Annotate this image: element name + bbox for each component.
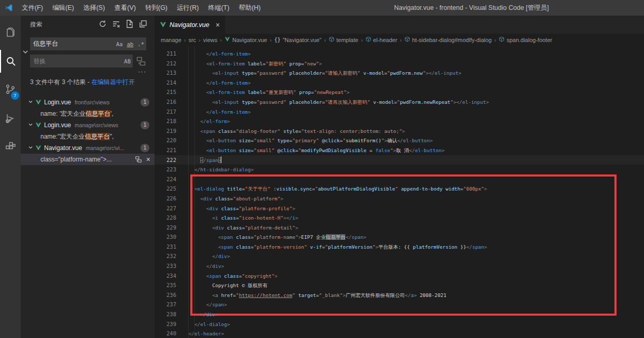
search-icon[interactable]	[0, 50, 21, 73]
result-file-name: Navigator.vue	[44, 144, 82, 152]
vue-symbol-icon	[225, 36, 232, 43]
toggle-replace-chevron-icon[interactable]	[22, 48, 29, 56]
code-line[interactable]: 230 <span class="platform-name">EIP7 企业信…	[155, 232, 644, 242]
code-line[interactable]: 225 <el-dialog title="关于平台" :visible.syn…	[155, 184, 644, 194]
replace-input[interactable]	[30, 58, 122, 65]
breadcrumb-separator: ›	[361, 37, 363, 43]
result-file-row[interactable]: Login.vuefront\src\views1	[21, 97, 155, 108]
replace-all-icon[interactable]	[136, 56, 146, 66]
code-line[interactable]: 235 Copyright © 版权所有	[155, 280, 644, 290]
code-line[interactable]: 220 <el-button size="small" type="primar…	[155, 136, 644, 145]
tab-navigator-vue[interactable]: Navigator.vue ×	[155, 16, 225, 34]
code-line[interactable]: 219 <span class="dialog-footer" style="t…	[155, 126, 644, 136]
line-number: 221	[155, 145, 176, 155]
regex-icon[interactable]: .*	[135, 41, 146, 47]
breadcrumb-item[interactable]: views	[203, 37, 218, 43]
line-number: 231	[155, 242, 176, 252]
vscode-window: 文件(F)编辑(E)选择(S)查看(V)转到(G)运行(R)终端(T)帮助(H)…	[0, 0, 644, 338]
vue-file-icon	[35, 122, 41, 128]
explorer-icon[interactable]	[0, 22, 21, 45]
code-line[interactable]: 213 <el-input type="password" placeholde…	[155, 68, 644, 78]
open-in-editor-icon[interactable]	[139, 20, 147, 28]
line-number: 240	[155, 329, 176, 338]
extensions-icon[interactable]	[0, 135, 21, 158]
breadcrumb-separator: ›	[400, 37, 402, 43]
chevron-down-icon[interactable]	[21, 144, 35, 152]
toggle-details-icon[interactable]: ···	[138, 67, 146, 75]
line-number: 226	[155, 194, 176, 204]
code-line[interactable]: 224	[155, 174, 644, 184]
refresh-icon[interactable]	[99, 20, 107, 28]
result-match-row[interactable]: name:"宏天企业信息平台",	[21, 131, 155, 142]
breadcrumb-item[interactable]: Navigator.vue	[225, 36, 267, 43]
menu-r[interactable]: 运行(R)	[172, 0, 203, 16]
new-search-editor-icon[interactable]	[125, 20, 134, 28]
chevron-down-icon[interactable]	[21, 121, 35, 129]
code-line[interactable]: 228 <i class="icon-hotent-H"></i>	[155, 213, 644, 223]
code-line[interactable]: 233 </div>	[155, 261, 644, 271]
replace-icon[interactable]	[135, 156, 142, 163]
code-line[interactable]: 212 <el-form-item label="新密码" prop="new"…	[155, 59, 644, 69]
menu-t[interactable]: 终端(T)	[203, 0, 234, 16]
result-file-row[interactable]: Login.vuemanage\src\views1	[21, 119, 155, 131]
result-file-path: manage\src\views	[75, 122, 138, 128]
breadcrumb-item[interactable]: ht-sidebar-dialog#modlfy-dialog	[404, 36, 492, 43]
code-line[interactable]: 226 <div class="about-platform">	[155, 194, 644, 204]
code-line[interactable]: 221 <el-button size="small" @click="modi…	[155, 145, 644, 155]
code-line[interactable]: 227 <div class="platform-profile">	[155, 204, 644, 213]
vue-file-icon	[35, 99, 41, 105]
results-summary-text: 3 文件中有 3 个结果 -	[30, 78, 91, 86]
match-case-icon[interactable]: Aa	[114, 41, 125, 47]
dismiss-icon[interactable]: ×	[146, 154, 150, 165]
whole-word-icon[interactable]: ab	[125, 41, 136, 47]
title-bar: 文件(F)编辑(E)选择(S)查看(V)转到(G)运行(R)终端(T)帮助(H)…	[0, 0, 644, 16]
chevron-down-icon[interactable]	[21, 99, 35, 106]
code-line[interactable]: 215 <el-form-item label="重复新密码" prop="ne…	[155, 87, 644, 97]
search-box: Aa ab .*	[30, 37, 146, 50]
breadcrumb-item[interactable]: template	[329, 36, 358, 43]
tab-close-icon[interactable]: ×	[216, 21, 220, 29]
result-file-row[interactable]: Navigator.vuemanage\src\vi...1	[21, 142, 155, 154]
breadcrumb-item[interactable]: span.dialog-footer	[499, 36, 552, 43]
code-line[interactable]: 214 </el-form-item>	[155, 78, 644, 88]
line-number: 218	[155, 116, 176, 126]
result-match-row[interactable]: name: '宏天企业信息平台',	[21, 108, 155, 119]
scm-badge: 7	[11, 91, 19, 100]
code-line[interactable]: 217 </el-form-item>	[155, 107, 644, 117]
menu-h[interactable]: 帮助(H)	[234, 0, 265, 16]
code-line[interactable]: 238 </div>	[155, 309, 644, 319]
run-debug-icon[interactable]	[0, 107, 21, 130]
open-in-editor-link[interactable]: 在编辑器中打开	[91, 78, 135, 86]
code-line[interactable]: 237 </span>	[155, 300, 644, 309]
breadcrumb-separator: ›	[199, 37, 201, 43]
result-match-row[interactable]: class="platform-name">...×	[21, 154, 155, 165]
menu-s[interactable]: 选择(S)	[79, 0, 110, 16]
search-input[interactable]	[30, 40, 114, 48]
breadcrumb: manage›src›views›Navigator.vue›{}"Naviga…	[155, 34, 644, 46]
code-line[interactable]: 234 <span class="copyright">	[155, 271, 644, 281]
menu-g[interactable]: 转到(G)	[141, 0, 172, 16]
code-line[interactable]: 236 <a href="https://hotent.com" target=…	[155, 290, 644, 300]
code-line[interactable]: 223 </ht-sidebar-dialog>	[155, 165, 644, 174]
code-line[interactable]: 240 </el-header>	[155, 329, 644, 338]
preserve-case-icon[interactable]: AB	[122, 58, 133, 64]
code-line[interactable]: 211 </el-form-item>	[155, 49, 644, 59]
menu-e[interactable]: 编辑(E)	[48, 0, 79, 16]
code-line[interactable]: 229 <div class="platform-detail">	[155, 223, 644, 233]
breadcrumb-item[interactable]: src	[188, 37, 196, 43]
menu-f[interactable]: 文件(F)	[17, 0, 48, 16]
clear-results-icon[interactable]	[112, 20, 120, 28]
code-line[interactable]: 222 </span>	[155, 155, 644, 165]
code-line[interactable]: 232 </div>	[155, 251, 644, 261]
code-line[interactable]: 231 <span class="platform-version" v-if=…	[155, 242, 644, 252]
code-line[interactable]: 216 <el-input type="password" placeholde…	[155, 97, 644, 107]
code-editor[interactable]: 211 </el-form-item>212 <el-form-item lab…	[155, 46, 644, 338]
breadcrumb-item[interactable]: {}"Navigator.vue"	[274, 37, 321, 43]
breadcrumb-item[interactable]: manage	[161, 37, 181, 43]
menu-v[interactable]: 查看(V)	[109, 0, 141, 16]
code-line[interactable]: 218 </el-form>	[155, 116, 644, 126]
code-line[interactable]: 239 </el-dialog>	[155, 319, 644, 329]
replace-box: AB	[30, 55, 133, 67]
breadcrumb-item[interactable]: el-header	[366, 36, 397, 43]
source-control-icon[interactable]: 7	[0, 78, 21, 101]
